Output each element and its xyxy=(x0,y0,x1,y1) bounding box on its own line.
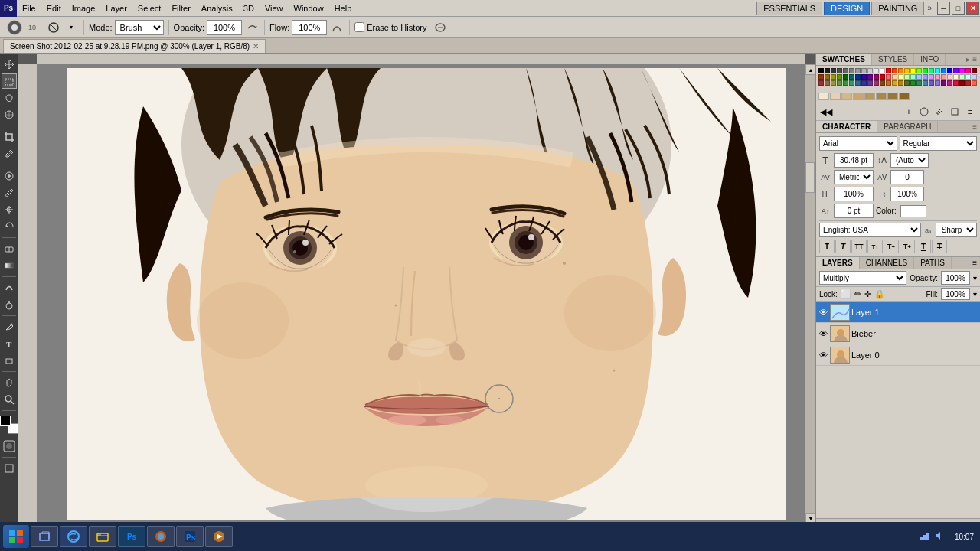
swatch-item[interactable] xyxy=(843,74,848,80)
swatch-item[interactable] xyxy=(929,80,934,86)
tool-preset-picker[interactable] xyxy=(3,20,26,35)
swatch-item[interactable] xyxy=(886,68,891,73)
vertical-scrollbar[interactable]: ▲ ▼ xyxy=(805,64,815,523)
swatch-item[interactable] xyxy=(880,80,885,86)
tool-quick-select[interactable] xyxy=(2,107,17,122)
menu-layer[interactable]: Layer xyxy=(100,2,132,15)
document-tab-close[interactable]: ✕ xyxy=(253,42,259,51)
tool-dodge[interactable] xyxy=(2,297,17,312)
swatch-item[interactable] xyxy=(855,80,861,86)
swatch-item[interactable] xyxy=(825,74,830,80)
swatch-item[interactable] xyxy=(947,80,952,86)
tab-info[interactable]: INFO xyxy=(914,54,946,65)
panel-brush-btn[interactable] xyxy=(917,105,931,119)
taskbar-app-photoshop[interactable]: Ps xyxy=(118,526,145,547)
swatch-item[interactable] xyxy=(837,74,842,80)
canvas-wrapper[interactable] xyxy=(37,64,815,523)
italic-button[interactable]: T xyxy=(835,240,851,253)
tool-move[interactable] xyxy=(2,57,17,72)
tool-crop[interactable] xyxy=(2,129,17,145)
swatch-item[interactable] xyxy=(941,68,946,73)
menu-filter[interactable]: Filter xyxy=(166,2,195,15)
swatch-item[interactable] xyxy=(929,68,934,73)
swatch-item[interactable] xyxy=(818,74,824,80)
airbrush-icon[interactable] xyxy=(244,20,260,35)
taskbar-app-firefox[interactable] xyxy=(147,526,175,547)
taskbar-app-ps2[interactable]: Ps xyxy=(176,526,204,547)
swatch-item[interactable] xyxy=(965,80,971,86)
swatch-item[interactable] xyxy=(935,68,940,73)
tab-styles[interactable]: STYLES xyxy=(872,54,914,65)
swatch-item[interactable] xyxy=(965,68,971,73)
layer-visibility-bieber[interactable]: 👁 xyxy=(818,328,828,339)
tool-gradient[interactable] xyxy=(2,258,17,273)
swatch-item[interactable] xyxy=(855,74,861,80)
swatch-item[interactable] xyxy=(904,74,910,80)
swatch-item[interactable] xyxy=(843,80,848,86)
font-size-input[interactable] xyxy=(834,153,874,168)
swatch-item[interactable] xyxy=(831,74,836,80)
swatch-item[interactable] xyxy=(837,68,842,73)
swatch-item[interactable] xyxy=(953,74,959,80)
flow-icon[interactable] xyxy=(329,20,345,35)
swatch-item[interactable] xyxy=(959,68,965,73)
swatch-item[interactable] xyxy=(947,68,952,73)
swatch-item[interactable] xyxy=(972,80,977,86)
all-caps-button[interactable]: TT xyxy=(851,240,867,253)
tool-shape[interactable] xyxy=(2,353,17,368)
swatch-item[interactable] xyxy=(831,80,836,86)
swatch-item[interactable] xyxy=(880,68,885,73)
swatch-item[interactable] xyxy=(876,93,887,100)
workspace-painting[interactable]: PAINTING xyxy=(871,2,924,15)
window-close[interactable]: ✕ xyxy=(966,2,979,15)
small-caps-button[interactable]: Tт xyxy=(867,240,883,253)
swatch-item[interactable] xyxy=(861,68,867,73)
swatch-item[interactable] xyxy=(874,80,879,86)
blend-mode-select[interactable]: Multiply xyxy=(819,271,906,285)
tray-network[interactable] xyxy=(920,530,930,543)
swatch-item[interactable] xyxy=(849,68,854,73)
panel-color-replace-btn[interactable] xyxy=(948,105,962,119)
swatch-item[interactable] xyxy=(818,80,824,86)
swatch-item[interactable] xyxy=(923,80,928,86)
tool-pen[interactable] xyxy=(2,319,17,334)
taskbar-show-desktop[interactable] xyxy=(31,526,58,547)
scroll-vertical-thumb[interactable] xyxy=(805,162,815,193)
swatch-item[interactable] xyxy=(874,74,879,80)
swatch-item[interactable] xyxy=(849,80,854,86)
swatch-item[interactable] xyxy=(892,68,897,73)
layer-item-layer0[interactable]: 👁 Layer 0 xyxy=(816,344,980,366)
lock-image-icon[interactable]: ✏ xyxy=(854,289,861,299)
menu-window[interactable]: Window xyxy=(289,2,329,15)
swatch-item[interactable] xyxy=(867,80,873,86)
window-minimize[interactable]: ─ xyxy=(937,2,950,15)
tab-channels[interactable]: CHANNELS xyxy=(860,257,914,269)
canvas-area[interactable]: ◀ ▶ ▲ ▼ xyxy=(18,54,815,534)
bold-button[interactable]: T xyxy=(819,240,835,253)
tool-zoom[interactable] xyxy=(2,392,17,407)
swatch-item[interactable] xyxy=(843,68,848,73)
swatch-item[interactable] xyxy=(935,74,940,80)
tool-eraser[interactable] xyxy=(2,241,17,256)
swatch-item[interactable] xyxy=(867,68,873,73)
tool-brush[interactable] xyxy=(2,185,17,201)
tool-eyedropper[interactable] xyxy=(2,146,17,161)
start-button[interactable] xyxy=(3,525,29,548)
swatch-item[interactable] xyxy=(855,68,861,73)
layer-visibility-layer1[interactable]: 👁 xyxy=(818,307,828,318)
underline-button[interactable]: T xyxy=(916,240,931,253)
tab-character[interactable]: CHARACTER xyxy=(816,121,877,132)
swatch-item[interactable] xyxy=(886,74,891,80)
menu-image[interactable]: Image xyxy=(67,2,101,15)
taskbar-app-explorer[interactable] xyxy=(89,526,116,547)
horizontal-scale-input[interactable] xyxy=(834,187,874,201)
swatch-item[interactable] xyxy=(916,68,922,73)
tool-clone[interactable] xyxy=(2,202,17,217)
swatch-item[interactable] xyxy=(904,80,910,86)
subscript-button[interactable]: T+ xyxy=(900,240,915,253)
swatch-item[interactable] xyxy=(941,74,946,80)
screen-mode-icon[interactable] xyxy=(2,461,17,476)
swatch-item[interactable] xyxy=(898,80,903,86)
swatch-item[interactable] xyxy=(910,74,916,80)
workspace-design[interactable]: DESIGN xyxy=(824,2,870,15)
